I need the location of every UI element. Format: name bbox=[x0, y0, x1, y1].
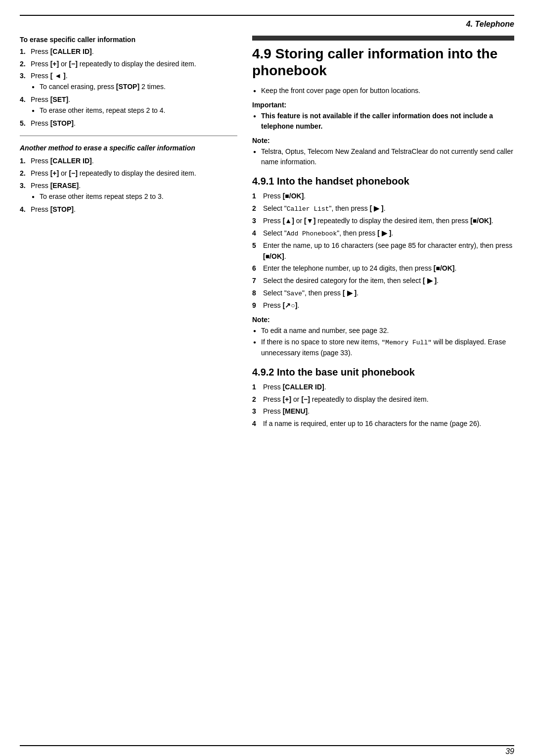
s2-step-num-4: 4 bbox=[252, 419, 259, 429]
am-step-content-2: Press [+] or [−] repeatedly to display t… bbox=[31, 168, 237, 179]
r-step-1: 1 Press [■/OK]. bbox=[252, 191, 514, 202]
step-content-1: Press [CALLER ID]. bbox=[31, 47, 237, 57]
s2-step-content-3: Press [MENU]. bbox=[263, 406, 514, 417]
r-step-5: 5 Enter the name, up to 16 characters (s… bbox=[252, 240, 514, 262]
step-content-2: Press [+] or [−] repeatedly to display t… bbox=[31, 59, 237, 70]
step-2: 2. Press [+] or [−] repeatedly to displa… bbox=[20, 59, 237, 70]
step-num-3: 3. bbox=[20, 71, 28, 82]
main-section-title: 4.9 Storing caller information into the … bbox=[252, 46, 514, 79]
am-step-3-bullet: To erase other items repeat steps 2 to 3… bbox=[31, 191, 237, 202]
s2-step-content-2: Press [+] or [−] repeatedly to display t… bbox=[263, 394, 514, 405]
erase-specific-steps: 1. Press [CALLER ID]. 2. Press [+] or [−… bbox=[20, 47, 237, 129]
step-num-1: 1. bbox=[20, 47, 28, 57]
sub-heading-492: 4.9.2 Into the base unit phonebook bbox=[252, 366, 514, 378]
divider-1 bbox=[20, 136, 237, 136]
r-step-content-3: Press [▲] or [▼] repeatedly to display t… bbox=[263, 216, 514, 227]
s2-step-3: 3 Press [MENU]. bbox=[252, 406, 514, 417]
step-4: 4. Press [SET]. To erase other items, re… bbox=[20, 94, 237, 117]
step-num-5: 5. bbox=[20, 118, 28, 129]
chapter-title: 4. Telephone bbox=[466, 20, 514, 29]
intro-bullet: Keep the front cover page open for butto… bbox=[252, 86, 514, 96]
s2-step-1: 1 Press [CALLER ID]. bbox=[252, 382, 514, 393]
am-step-content-3: Press [ERASE]. To erase other items repe… bbox=[31, 181, 237, 203]
s2-step-num-3: 3 bbox=[252, 406, 259, 417]
important-label: Important: bbox=[252, 101, 514, 109]
r-step-num-1: 1 bbox=[252, 191, 259, 202]
left-column: To erase specific caller information 1. … bbox=[20, 36, 237, 431]
right-column: 4.9 Storing caller information into the … bbox=[252, 36, 514, 431]
page-header: 4. Telephone bbox=[0, 16, 534, 31]
step-content-3: Press [ ◄ ]. To cancel erasing, press [S… bbox=[31, 71, 237, 93]
s2-step-num-2: 2 bbox=[252, 394, 259, 405]
r-step-num-4: 4 bbox=[252, 228, 259, 239]
s2-step-2: 2 Press [+] or [−] repeatedly to display… bbox=[252, 394, 514, 405]
step-content-4: Press [SET]. To erase other items, repea… bbox=[31, 94, 237, 117]
r-step-num-3: 3 bbox=[252, 216, 259, 227]
r-step-content-5: Enter the name, up to 16 characters (see… bbox=[263, 240, 514, 262]
r-step-2: 2 Select "Caller List", then press [ ▶ ]… bbox=[252, 203, 514, 214]
r-step-content-8: Select "Save", then press [ ▶ ]. bbox=[263, 288, 514, 299]
am-step-num-1: 1. bbox=[20, 156, 28, 167]
sub-heading-491: 4.9.1 Into the handset phonebook bbox=[252, 175, 514, 187]
step-content-5: Press [STOP]. bbox=[31, 118, 237, 129]
am-step-content-1: Press [CALLER ID]. bbox=[31, 156, 237, 167]
r-step-num-5: 5 bbox=[252, 240, 259, 251]
another-method-heading: Another method to erase a specific calle… bbox=[20, 144, 237, 152]
am-step-content-4: Press [STOP]. bbox=[31, 204, 237, 215]
section-erase-specific: To erase specific caller information 1. … bbox=[20, 36, 237, 129]
note-label-1: Note: bbox=[252, 137, 514, 144]
r-step-4: 4 Select "Add Phonebook", then press [ ▶… bbox=[252, 228, 514, 239]
two-column-layout: To erase specific caller information 1. … bbox=[0, 36, 534, 431]
step-num-2: 2. bbox=[20, 59, 28, 70]
bottom-rule bbox=[20, 745, 514, 746]
sub1-note-bullet-2: If there is no space to store new items,… bbox=[252, 337, 514, 358]
main-section-title-text: 4.9 Storing caller information into the … bbox=[252, 46, 497, 78]
r-step-content-4: Select "Add Phonebook", then press [ ▶ ]… bbox=[263, 228, 514, 239]
r-step-content-6: Enter the telephone number, up to 24 dig… bbox=[263, 263, 514, 274]
r-step-content-2: Select "Caller List", then press [ ▶ ]. bbox=[263, 203, 514, 214]
s2-step-num-1: 1 bbox=[252, 382, 259, 393]
am-step-3: 3. Press [ERASE]. To erase other items r… bbox=[20, 181, 237, 203]
r-step-content-9: Press [↗○]. bbox=[263, 300, 514, 311]
am-step-num-2: 2. bbox=[20, 168, 28, 179]
am-step-num-4: 4. bbox=[20, 204, 28, 215]
sub2-steps: 1 Press [CALLER ID]. 2 Press [+] or [−] … bbox=[252, 382, 514, 429]
am-step-2: 2. Press [+] or [−] repeatedly to displa… bbox=[20, 168, 237, 179]
am-step-4: 4. Press [STOP]. bbox=[20, 204, 237, 215]
page-footer: 39 bbox=[505, 747, 514, 756]
page-container: 4. Telephone To erase specific caller in… bbox=[0, 15, 534, 756]
step-5: 5. Press [STOP]. bbox=[20, 118, 237, 129]
r-step-num-7: 7 bbox=[252, 276, 259, 286]
section-erase-heading: To erase specific caller information bbox=[20, 36, 237, 44]
step-num-4: 4. bbox=[20, 94, 28, 105]
s2-step-4: 4 If a name is required, enter up to 16 … bbox=[252, 419, 514, 429]
step-3-bullet: To cancel erasing, press [STOP] 2 times. bbox=[31, 82, 237, 92]
page-number: 39 bbox=[505, 747, 514, 756]
r-step-num-8: 8 bbox=[252, 288, 259, 299]
sub1-steps: 1 Press [■/OK]. 2 Select "Caller List", … bbox=[252, 191, 514, 311]
r-step-3: 3 Press [▲] or [▼] repeatedly to display… bbox=[252, 216, 514, 227]
step-4-bullet: To erase other items, repeat steps 2 to … bbox=[31, 105, 237, 116]
note-bullet-1: Telstra, Optus, Telecom New Zealand and … bbox=[252, 146, 514, 167]
s2-step-content-4: If a name is required, enter up to 16 ch… bbox=[263, 419, 514, 429]
step-1: 1. Press [CALLER ID]. bbox=[20, 47, 237, 57]
am-step-1: 1. Press [CALLER ID]. bbox=[20, 156, 237, 167]
s2-step-content-1: Press [CALLER ID]. bbox=[263, 382, 514, 393]
r-step-8: 8 Select "Save", then press [ ▶ ]. bbox=[252, 288, 514, 299]
another-method-steps: 1. Press [CALLER ID]. 2. Press [+] or [−… bbox=[20, 156, 237, 215]
am-step-num-3: 3. bbox=[20, 181, 28, 191]
important-bullet: This feature is not available if the cal… bbox=[252, 111, 514, 132]
sub1-note-label: Note: bbox=[252, 316, 514, 324]
step-3: 3. Press [ ◄ ]. To cancel erasing, press… bbox=[20, 71, 237, 93]
r-step-7: 7 Select the desired category for the it… bbox=[252, 276, 514, 286]
r-step-9: 9 Press [↗○]. bbox=[252, 300, 514, 311]
r-step-content-7: Select the desired category for the item… bbox=[263, 276, 514, 286]
r-step-num-9: 9 bbox=[252, 300, 259, 311]
r-step-num-6: 6 bbox=[252, 263, 259, 274]
sub1-note-bullet-1: To edit a name and number, see page 32. bbox=[252, 326, 514, 336]
r-step-6: 6 Enter the telephone number, up to 24 d… bbox=[252, 263, 514, 274]
section-another-method: Another method to erase a specific calle… bbox=[20, 144, 237, 215]
section-dark-bar bbox=[252, 36, 514, 41]
r-step-num-2: 2 bbox=[252, 203, 259, 214]
r-step-content-1: Press [■/OK]. bbox=[263, 191, 514, 202]
